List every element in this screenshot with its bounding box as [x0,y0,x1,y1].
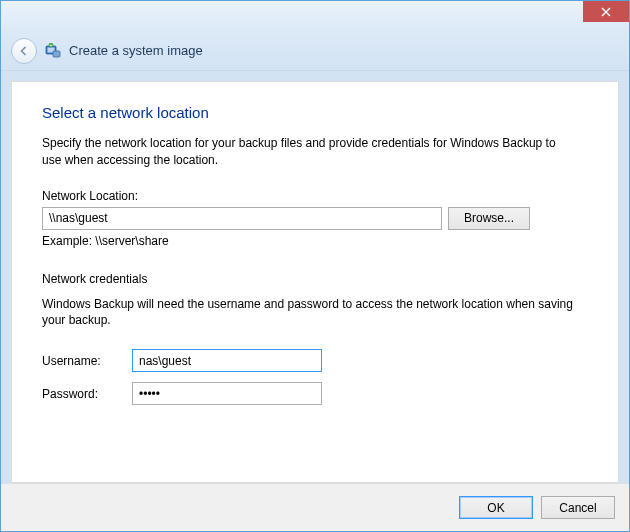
password-row: Password: [42,382,588,405]
ok-button[interactable]: OK [459,496,533,519]
password-input[interactable] [132,382,322,405]
close-button[interactable] [583,1,629,22]
back-button[interactable] [11,38,37,64]
username-row: Username: [42,349,588,372]
example-text: Example: \\server\share [42,234,588,248]
content-area: Select a network location Specify the ne… [1,71,629,483]
svg-rect-4 [53,51,60,57]
content-panel: Select a network location Specify the ne… [11,81,619,483]
network-location-row: Browse... [42,207,588,230]
page-title: Select a network location [42,104,588,121]
credentials-section-label: Network credentials [42,272,588,286]
username-input[interactable] [132,349,322,372]
browse-button[interactable]: Browse... [448,207,530,230]
credentials-description: Windows Backup will need the username an… [42,296,582,330]
close-icon [601,7,611,17]
page-description: Specify the network location for your ba… [42,135,572,169]
wizard-footer: OK Cancel [1,483,629,531]
network-location-label: Network Location: [42,189,588,203]
password-label: Password: [42,387,132,401]
titlebar [1,1,629,31]
arrow-left-icon [18,45,30,57]
system-image-icon [45,43,61,59]
wizard-window: Create a system image Select a network l… [0,0,630,532]
cancel-button[interactable]: Cancel [541,496,615,519]
wizard-header: Create a system image [1,31,629,71]
network-location-input[interactable] [42,207,442,230]
username-label: Username: [42,354,132,368]
svg-point-5 [49,43,53,47]
wizard-title: Create a system image [69,43,203,58]
